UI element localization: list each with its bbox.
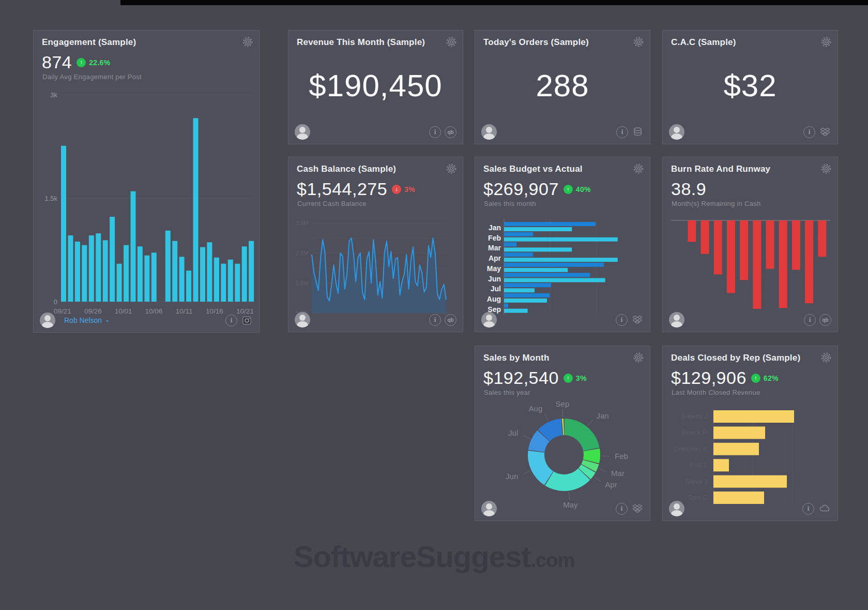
kpi-value: 288 bbox=[475, 68, 650, 103]
quickbooks-icon[interactable]: qb bbox=[445, 314, 456, 326]
card-revenue: Revenue This Month (Sample) $190,450 i q… bbox=[288, 30, 463, 144]
card-title: Sales by Month bbox=[483, 353, 550, 363]
avatar[interactable] bbox=[295, 124, 310, 140]
kpi-value: $32 bbox=[663, 68, 837, 103]
svg-text:Jun: Jun bbox=[488, 275, 501, 283]
owner-link[interactable]: Rob Nelson bbox=[64, 316, 102, 324]
card-title: Engagement (Sample) bbox=[42, 37, 136, 48]
svg-text:Breeze J.: Breeze J. bbox=[681, 412, 709, 420]
dropbox-icon[interactable] bbox=[819, 126, 831, 138]
kpi-value: 38.9 bbox=[671, 179, 706, 199]
svg-text:1.5k: 1.5k bbox=[44, 195, 57, 202]
settings-gear-icon[interactable] bbox=[446, 36, 457, 48]
delta-arrow-icon: ↑ bbox=[77, 58, 86, 67]
quickbooks-icon[interactable]: qb bbox=[445, 126, 456, 138]
card-orders: Today's Orders (Sample) 288 i bbox=[475, 30, 650, 144]
svg-text:Aug: Aug bbox=[529, 404, 543, 413]
card-footer: i bbox=[481, 311, 644, 328]
settings-gear-icon[interactable] bbox=[820, 163, 832, 174]
kpi-value: $269,907 bbox=[483, 179, 559, 199]
avatar[interactable] bbox=[669, 312, 684, 328]
card-title: Revenue This Month (Sample) bbox=[297, 37, 425, 48]
info-icon[interactable]: i bbox=[802, 503, 814, 515]
card-footer: i bbox=[669, 500, 831, 517]
svg-text:Jul: Jul bbox=[508, 428, 518, 437]
card-sales-budget: Sales Budget vs Actual $269,907 ↑ 40% Sa… bbox=[475, 157, 650, 332]
svg-text:Jan: Jan bbox=[597, 411, 609, 420]
settings-gear-icon[interactable] bbox=[633, 36, 644, 48]
dropbox-icon[interactable] bbox=[631, 314, 644, 326]
delta-arrow-icon: ↑ bbox=[564, 185, 573, 194]
card-title: Burn Rate And Runway bbox=[671, 164, 770, 174]
salesforce-cloud-icon[interactable] bbox=[818, 502, 831, 515]
settings-gear-icon[interactable] bbox=[242, 36, 253, 48]
social-source-icon[interactable] bbox=[241, 315, 253, 326]
kpi-subtitle: Sales this year bbox=[484, 389, 530, 396]
delta-indicator: ↓ 3% bbox=[392, 185, 415, 194]
dropbox-icon[interactable] bbox=[631, 502, 644, 515]
avatar[interactable] bbox=[481, 501, 497, 516]
card-deals-closed: Deals Closed by Rep (Sample) $129,906 ↑ … bbox=[662, 346, 838, 521]
chevron-down-icon[interactable]: ⌄ bbox=[104, 316, 110, 323]
settings-gear-icon[interactable] bbox=[820, 352, 832, 363]
svg-text:Mar: Mar bbox=[488, 244, 501, 252]
delta-indicator: ↑ 62% bbox=[751, 374, 779, 383]
kpi-value: $1,544,275 bbox=[297, 179, 387, 199]
card-title: Today's Orders (Sample) bbox=[483, 37, 589, 48]
svg-text:Apr: Apr bbox=[605, 480, 617, 489]
info-icon[interactable]: i bbox=[429, 314, 441, 326]
database-icon[interactable] bbox=[632, 126, 644, 138]
card-footer: i qb bbox=[295, 311, 456, 328]
avatar[interactable] bbox=[669, 124, 684, 140]
cash-line-chart: 3.5M2.5M1.5M500k bbox=[293, 206, 460, 328]
card-footer: i qb bbox=[669, 311, 831, 328]
info-icon[interactable]: i bbox=[804, 314, 816, 326]
svg-text:3.5M: 3.5M bbox=[296, 220, 308, 226]
watermark-suffix: .com bbox=[531, 549, 575, 571]
watermark-main: SoftwareSuggest bbox=[294, 540, 531, 573]
svg-text:Feb: Feb bbox=[615, 452, 628, 460]
svg-text:1.5M: 1.5M bbox=[296, 280, 308, 286]
settings-gear-icon[interactable] bbox=[820, 36, 832, 48]
delta-arrow-icon: ↓ bbox=[392, 185, 401, 194]
engagement-bar-chart: 3k1.5k009/2109/2610/0110/0610/1110/1610/… bbox=[38, 91, 257, 320]
info-icon[interactable]: i bbox=[616, 503, 628, 515]
svg-text:Sep: Sep bbox=[556, 399, 570, 408]
avatar[interactable] bbox=[481, 312, 497, 328]
svg-text:3k: 3k bbox=[50, 91, 57, 99]
settings-gear-icon[interactable] bbox=[446, 163, 457, 174]
avatar[interactable] bbox=[669, 501, 684, 516]
kpi-subtitle: Last Month Closed Revenue bbox=[672, 389, 760, 396]
avatar[interactable] bbox=[481, 124, 497, 140]
info-icon[interactable]: i bbox=[803, 126, 815, 138]
settings-gear-icon[interactable] bbox=[633, 163, 644, 174]
info-icon[interactable]: i bbox=[225, 315, 237, 326]
delta-percent: 40% bbox=[576, 185, 591, 194]
kpi-subtitle: Daily Avg Engagement per Post bbox=[42, 73, 142, 81]
avatar[interactable] bbox=[40, 313, 55, 328]
budget-vs-actual-bar-chart: JanFebMarAprMayJunJulAugSep bbox=[479, 218, 647, 322]
info-icon[interactable]: i bbox=[616, 126, 628, 138]
quickbooks-icon[interactable]: qb bbox=[819, 314, 831, 326]
info-icon[interactable]: i bbox=[429, 126, 441, 138]
info-icon[interactable]: i bbox=[616, 314, 628, 326]
card-title: Sales Budget vs Actual bbox=[483, 164, 583, 174]
sales-by-month-donut-chart: JanFebMarAprMayJunJulAugSep bbox=[475, 398, 651, 513]
kpi-subtitle: Month(s) Remaining in Cash bbox=[672, 200, 761, 207]
card-engagement: Engagement (Sample) 874 ↑ 22.6% Daily Av… bbox=[33, 30, 260, 333]
card-title: Deals Closed by Rep (Sample) bbox=[671, 353, 800, 363]
card-cac: C.A.C (Sample) $32 i bbox=[662, 30, 838, 144]
avatar[interactable] bbox=[295, 312, 310, 328]
kpi-value: 874 bbox=[42, 52, 72, 72]
svg-text:Jan: Jan bbox=[489, 224, 501, 232]
kpi-value: $192,540 bbox=[483, 368, 559, 388]
kpi-value: $129,906 bbox=[671, 368, 747, 388]
top-black-bar bbox=[120, 0, 868, 5]
card-footer: i bbox=[481, 124, 644, 140]
card-title: Cash Balance (Sample) bbox=[297, 164, 396, 174]
svg-text:Feb: Feb bbox=[488, 234, 501, 242]
delta-percent: 62% bbox=[764, 374, 779, 382]
delta-arrow-icon: ↑ bbox=[564, 374, 573, 383]
card-footer: i bbox=[481, 500, 644, 517]
settings-gear-icon[interactable] bbox=[633, 352, 644, 363]
